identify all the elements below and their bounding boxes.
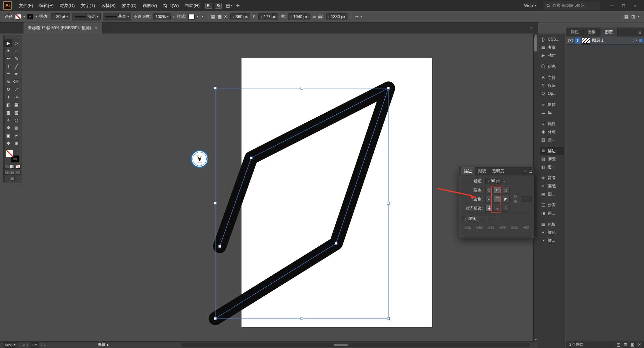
dock-item-variables[interactable]: ▦变量: [540, 43, 564, 51]
weight-caret-icon[interactable]: ▾: [503, 180, 505, 183]
tab-layers[interactable]: 图层: [600, 27, 618, 37]
stock-button[interactable]: St: [215, 3, 222, 9]
curvature-tool[interactable]: ✎: [12, 55, 20, 62]
anchor-point[interactable]: [387, 202, 390, 205]
anchor-point[interactable]: [335, 242, 337, 245]
constrain-proportions-icon[interactable]: ∞: [312, 14, 316, 19]
symbol-sprayer-tool[interactable]: ❖: [4, 124, 12, 132]
dashed-line-checkbox[interactable]: [462, 217, 466, 221]
layer-target-icon[interactable]: [633, 39, 637, 42]
weight-field[interactable]: ↕ 80 pt: [485, 178, 502, 184]
height-stepper[interactable]: ↕: [328, 15, 330, 18]
visibility-eye-icon[interactable]: [568, 39, 573, 43]
opacity-field[interactable]: 100% ▾: [153, 13, 171, 20]
lasso-tool[interactable]: ◌: [12, 47, 20, 55]
cap-projecting-button[interactable]: ⊐: [502, 187, 509, 193]
first-artboard-button[interactable]: «: [23, 343, 25, 347]
style-swatch[interactable]: [189, 14, 195, 19]
align-stroke-outside-button[interactable]: ┻: [502, 205, 509, 212]
pen-tool[interactable]: ✒: [4, 55, 12, 62]
anchor-point[interactable]: [219, 245, 221, 248]
delete-layer-icon[interactable]: ✕: [638, 342, 641, 347]
transform-caret-icon[interactable]: ▾: [361, 15, 362, 18]
dock-item-opentype[interactable]: OOp...: [540, 90, 564, 98]
canvas-svg[interactable]: [0, 34, 538, 341]
dock-item-stroke[interactable]: ≣描边: [540, 147, 564, 155]
anchor-point[interactable]: [387, 87, 390, 90]
dock-item-color-guide[interactable]: ◑颜...: [540, 236, 564, 244]
share-icon[interactable]: ✈: [236, 3, 240, 8]
gradient-mode-button[interactable]: [10, 165, 15, 169]
panel-menu-icon[interactable]: ≣: [635, 27, 644, 37]
dock-item-libraries[interactable]: ☁库: [540, 109, 564, 117]
dock-item-graphic-styles[interactable]: ▣图...: [540, 190, 564, 198]
next-artboard-button[interactable]: ›: [41, 343, 42, 347]
dock-item-gradient[interactable]: ▨渐变: [540, 155, 564, 163]
menu-item[interactable]: 视图(V): [140, 0, 160, 11]
status-flyout-icon[interactable]: ▸: [107, 343, 109, 347]
menu-item[interactable]: 选择(S): [98, 0, 118, 11]
anchor-point[interactable]: [301, 87, 303, 90]
rectangle-tool[interactable]: ▭: [4, 70, 12, 78]
shear-icon[interactable]: ▱: [355, 14, 358, 19]
menu-item[interactable]: 效果(C): [119, 0, 140, 11]
magic-wand-tool[interactable]: ✶: [4, 47, 12, 55]
dash-preset-button[interactable]: [478, 217, 487, 221]
style-caret-icon[interactable]: ▾: [197, 15, 198, 18]
panel-grid-icon[interactable]: ▦: [624, 14, 629, 19]
menu-item[interactable]: 窗口(W): [160, 0, 182, 11]
selection-tool[interactable]: ▶: [4, 39, 12, 47]
stock-search-input[interactable]: 搜索 Adobe Stock: [543, 1, 600, 10]
anchor-point[interactable]: [387, 317, 390, 320]
dock-item-align[interactable]: ☰对齐: [540, 201, 564, 209]
recolor-artwork-icon[interactable]: ◔: [201, 14, 203, 19]
tools-panel-header[interactable]: «: [4, 37, 20, 39]
layer-thumbnail[interactable]: [582, 38, 590, 44]
corner-bevel-button[interactable]: ◤: [502, 196, 509, 202]
menu-item[interactable]: 编辑(E): [36, 0, 57, 11]
artboard-number-field[interactable]: 1 ▾: [30, 342, 39, 348]
anchor-point[interactable]: [214, 202, 217, 205]
corner-miter-button[interactable]: ⌐: [485, 196, 493, 202]
dock-item-transparency[interactable]: ◧透...: [540, 163, 564, 171]
paintbrush-tool[interactable]: ✏: [12, 70, 20, 78]
zoom-level-dropdown[interactable]: 50% ▾: [3, 342, 17, 348]
new-sublayer-icon[interactable]: ⊞: [624, 342, 627, 347]
menu-item[interactable]: 对象(O): [57, 0, 78, 11]
dash-preset-button[interactable]: [489, 217, 497, 221]
maximize-button[interactable]: □: [618, 0, 629, 11]
dock-item-appearance[interactable]: ◉外观: [540, 128, 564, 136]
x-field[interactable]: ↕ 360 px: [230, 13, 250, 20]
document-tab[interactable]: 未标题-1* @ 50% (RGB/GPU 预览) ×: [23, 22, 102, 34]
gradient-tool[interactable]: ▧: [12, 109, 20, 116]
draw-inside-button[interactable]: ◱: [16, 171, 20, 175]
dock-item-info[interactable]: ⓘ信息: [540, 62, 564, 70]
layer-expand-icon[interactable]: ❯: [575, 38, 580, 44]
hand-tool[interactable]: ✥: [4, 139, 12, 147]
collapse-panels-icon[interactable]: «: [530, 25, 533, 30]
transparency-panel-tab[interactable]: 透明度: [489, 167, 507, 175]
workspace-switcher[interactable]: Web ▾: [524, 3, 536, 8]
bridge-button[interactable]: Br: [205, 3, 212, 9]
draw-behind-button[interactable]: ◲: [10, 171, 15, 175]
expand-panel-icon[interactable]: »: [524, 169, 526, 174]
scroll-down-icon[interactable]: ▾: [534, 338, 538, 341]
anchor-point[interactable]: [214, 317, 217, 320]
scale-tool[interactable]: ⤢: [12, 85, 20, 93]
width-tool[interactable]: ≀: [4, 93, 12, 101]
stroke-caret-icon[interactable]: ▾: [36, 15, 37, 18]
anchor-point[interactable]: [214, 87, 217, 90]
make-mask-icon[interactable]: ◳: [616, 342, 620, 347]
layer-selection-indicator[interactable]: [639, 39, 642, 42]
line-segment-tool[interactable]: ╱: [12, 62, 20, 70]
panel-stack-icon[interactable]: ⊞: [631, 14, 635, 19]
stroke-color-swatch[interactable]: [27, 14, 33, 19]
perspective-grid-tool[interactable]: ▦: [12, 101, 20, 109]
menu-item[interactable]: 文字(T): [78, 0, 98, 11]
fill-indicator[interactable]: [6, 150, 14, 157]
dock-item-assets[interactable]: ▧资...: [540, 136, 564, 144]
panel-caret-icon[interactable]: ▾: [638, 15, 639, 18]
opacity-expand-icon[interactable]: ›: [173, 14, 175, 19]
dock-item-properties[interactable]: ≡属性: [540, 120, 564, 128]
dock-item-color[interactable]: ●颜色: [540, 228, 564, 236]
